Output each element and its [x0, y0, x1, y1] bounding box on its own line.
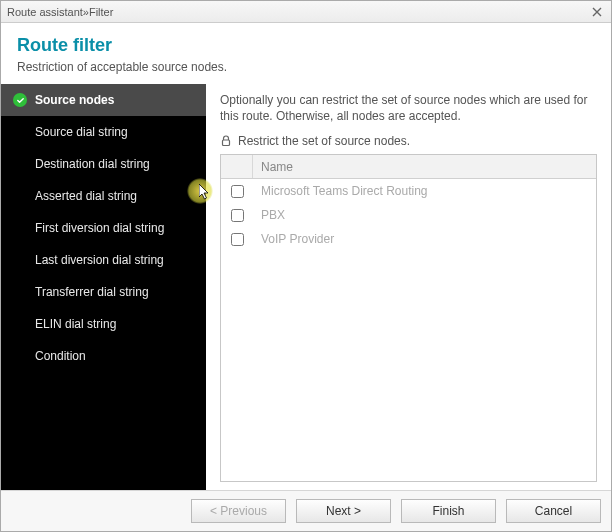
sidebar-item-label: Transferrer dial string [35, 285, 149, 299]
sidebar-item-label: Condition [35, 349, 86, 363]
source-nodes-table: Name Microsoft Teams Direct RoutingPBXVo… [220, 154, 597, 482]
sidebar-item-label: Asserted dial string [35, 189, 137, 203]
sidebar-item-icon [13, 157, 27, 171]
breadcrumb-root: Route assistant [7, 6, 83, 18]
cancel-button[interactable]: Cancel [506, 499, 601, 523]
sidebar-item-icon [13, 349, 27, 363]
row-checkbox[interactable] [231, 233, 244, 246]
sidebar-item-icon [13, 221, 27, 235]
next-button[interactable]: Next > [296, 499, 391, 523]
sidebar-item-4[interactable]: First diversion dial string [1, 212, 206, 244]
table-row[interactable]: VoIP Provider [221, 227, 596, 251]
dialog-header: Route filter Restriction of acceptable s… [1, 23, 611, 84]
finish-button[interactable]: Finish [401, 499, 496, 523]
sidebar-item-icon [13, 285, 27, 299]
sidebar-item-label: First diversion dial string [35, 221, 164, 235]
sidebar-item-label: Source dial string [35, 125, 128, 139]
sidebar-item-8[interactable]: Condition [1, 340, 206, 372]
row-checkbox-cell [221, 233, 253, 246]
dialog-footer: < Previous Next > Finish Cancel [1, 490, 611, 531]
page-title: Route filter [17, 35, 595, 56]
sidebar-item-1[interactable]: Source dial string [1, 116, 206, 148]
svg-rect-0 [223, 140, 230, 146]
sidebar-item-2[interactable]: Destination dial string [1, 148, 206, 180]
check-circle-icon [13, 93, 27, 107]
sidebar-item-6[interactable]: Transferrer dial string [1, 276, 206, 308]
lock-icon [220, 135, 232, 147]
column-header-name: Name [253, 160, 596, 174]
main-panel: Optionally you can restrict the set of s… [206, 84, 611, 490]
table-body: Microsoft Teams Direct RoutingPBXVoIP Pr… [221, 179, 596, 481]
dialog-body: Source nodesSource dial stringDestinatio… [1, 84, 611, 490]
sidebar-item-5[interactable]: Last diversion dial string [1, 244, 206, 276]
sidebar-item-0[interactable]: Source nodes [1, 84, 206, 116]
table-row[interactable]: PBX [221, 203, 596, 227]
sidebar-item-icon [13, 189, 27, 203]
panel-description: Optionally you can restrict the set of s… [220, 92, 597, 124]
sidebar-item-label: Last diversion dial string [35, 253, 164, 267]
sidebar-item-label: Destination dial string [35, 157, 150, 171]
page-subtitle: Restriction of acceptable source nodes. [17, 60, 595, 74]
restrict-toggle-row[interactable]: Restrict the set of source nodes. [220, 134, 597, 148]
sidebar-item-icon [13, 125, 27, 139]
breadcrumb-leaf: Filter [89, 6, 113, 18]
table-row[interactable]: Microsoft Teams Direct Routing [221, 179, 596, 203]
previous-button[interactable]: < Previous [191, 499, 286, 523]
restrict-label: Restrict the set of source nodes. [238, 134, 410, 148]
row-name: VoIP Provider [253, 232, 596, 246]
row-name: Microsoft Teams Direct Routing [253, 184, 596, 198]
sidebar-item-3[interactable]: Asserted dial string [1, 180, 206, 212]
sidebar-item-7[interactable]: ELIN dial string [1, 308, 206, 340]
row-name: PBX [253, 208, 596, 222]
sidebar-item-icon [13, 253, 27, 267]
row-checkbox[interactable] [231, 185, 244, 198]
wizard-sidebar: Source nodesSource dial stringDestinatio… [1, 84, 206, 490]
sidebar-item-icon [13, 317, 27, 331]
close-icon[interactable] [589, 4, 605, 20]
row-checkbox[interactable] [231, 209, 244, 222]
row-checkbox-cell [221, 209, 253, 222]
sidebar-item-label: ELIN dial string [35, 317, 116, 331]
titlebar: Route assistant » Filter [1, 1, 611, 23]
row-checkbox-cell [221, 185, 253, 198]
sidebar-item-label: Source nodes [35, 93, 114, 107]
table-header: Name [221, 155, 596, 179]
column-header-checkbox [221, 155, 253, 178]
